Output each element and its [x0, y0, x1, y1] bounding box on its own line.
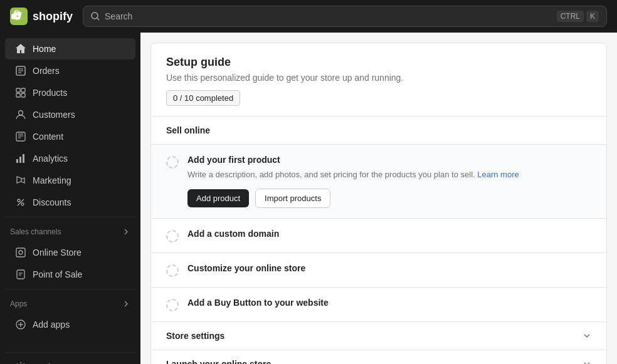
store-settings-header[interactable]: Store settings — [151, 322, 606, 350]
sidebar-item-marketing[interactable]: Marketing — [5, 170, 135, 191]
sidebar-item-products[interactable]: Products — [5, 82, 135, 103]
sidebar-item-point-of-sale[interactable]: Point of Sale — [5, 264, 135, 285]
analytics-icon — [15, 153, 26, 164]
svg-rect-7 — [16, 88, 20, 92]
sell-online-label: Sell online — [166, 125, 210, 135]
svg-rect-24 — [17, 270, 24, 279]
chevron-right-icon — [122, 227, 130, 236]
logo-text: shopify — [33, 10, 73, 23]
sidebar-item-analytics[interactable]: Analytics — [5, 148, 135, 169]
discounts-icon — [15, 197, 26, 208]
sidebar-item-label: Add apps — [33, 320, 70, 330]
sidebar-item-home[interactable]: Home — [5, 38, 135, 60]
chevron-down-icon — [583, 360, 591, 365]
svg-point-20 — [21, 203, 24, 205]
sidebar-item-discounts[interactable]: Discounts — [5, 192, 135, 213]
task-checkbox — [166, 264, 179, 277]
task-title: Add a custom domain — [187, 229, 591, 239]
progress-badge: 0 / 10 completed — [166, 90, 240, 106]
pos-icon — [15, 269, 26, 280]
svg-point-23 — [19, 251, 23, 254]
svg-rect-12 — [16, 132, 25, 141]
sidebar-item-settings[interactable]: Settings — [5, 356, 135, 364]
plus-circle-icon — [15, 319, 26, 330]
apps-header[interactable]: Apps — [0, 294, 140, 313]
home-icon — [15, 43, 26, 55]
task-actions: Add product Import products — [187, 189, 591, 208]
topnav: shopify Search CTRL K — [0, 0, 617, 33]
sidebar-item-label: Discounts — [33, 197, 71, 207]
customers-icon — [15, 109, 26, 120]
task-checkbox — [166, 299, 179, 311]
launch-online-store-label: Launch your online store — [166, 359, 271, 365]
sidebar-item-online-store[interactable]: Online Store — [5, 242, 135, 263]
sell-online-section: Sell online — [151, 117, 606, 145]
store-settings-label: Store settings — [166, 331, 224, 341]
task-content: Add a custom domain — [187, 229, 591, 242]
search-bar[interactable]: Search CTRL K — [83, 6, 607, 27]
launch-online-store-section: Launch your online store — [151, 350, 606, 365]
divider-sales-channels — [5, 217, 135, 217]
task-content: Customize your online store — [187, 263, 591, 277]
products-icon — [15, 87, 26, 98]
svg-rect-9 — [16, 93, 20, 97]
launch-online-store-header[interactable]: Launch your online store — [151, 350, 606, 365]
search-icon — [91, 12, 100, 21]
sidebar-item-label: Products — [33, 88, 67, 98]
sidebar-item-label: Online Store — [33, 247, 82, 257]
svg-line-21 — [18, 199, 24, 205]
task-content: Add a Buy Button to your website — [187, 298, 591, 311]
sidebar-item-label: Content — [33, 132, 63, 142]
svg-rect-10 — [21, 93, 25, 97]
sidebar-item-content[interactable]: Content — [5, 126, 135, 147]
sales-channels-header[interactable]: Sales channels — [0, 222, 140, 241]
search-placeholder: Search — [105, 11, 132, 21]
shortcut-key: K — [586, 11, 599, 22]
sidebar-item-label: Home — [33, 44, 56, 54]
marketing-icon — [15, 175, 26, 186]
content-icon — [15, 131, 26, 142]
task-add-first-product[interactable]: Add your first product Write a descripti… — [151, 145, 606, 219]
setup-guide-header: Setup guide Use this personalized guide … — [151, 43, 606, 117]
search-shortcut: CTRL K — [557, 11, 599, 22]
main-layout: Home Orders Products — [0, 33, 617, 364]
content-area: Setup guide Use this personalized guide … — [140, 33, 617, 364]
svg-point-1 — [92, 13, 98, 19]
task-description: Write a description, add photos, and set… — [187, 169, 591, 181]
settings-icon — [15, 361, 26, 364]
online-store-icon — [15, 247, 26, 258]
logo[interactable]: shopify — [10, 8, 73, 25]
task-title: Add a Buy Button to your website — [187, 298, 591, 308]
task-add-custom-domain[interactable]: Add a custom domain — [151, 219, 606, 253]
sidebar: Home Orders Products — [0, 33, 140, 364]
orders-icon — [15, 65, 26, 76]
task-checkbox — [166, 230, 179, 242]
add-product-button[interactable]: Add product — [187, 189, 249, 207]
shopify-logo-icon — [10, 8, 28, 25]
shortcut-ctrl: CTRL — [557, 11, 584, 22]
svg-line-2 — [97, 18, 99, 20]
learn-more-link[interactable]: Learn more — [477, 170, 519, 179]
svg-rect-17 — [19, 157, 21, 163]
task-customize-online-store[interactable]: Customize your online store — [151, 253, 606, 288]
svg-rect-22 — [16, 248, 25, 257]
sidebar-item-label: Marketing — [33, 175, 71, 185]
sidebar-item-orders[interactable]: Orders — [5, 60, 135, 81]
sidebar-item-add-apps[interactable]: Add apps — [5, 314, 135, 335]
sidebar-item-customers[interactable]: Customers — [5, 104, 135, 125]
apps-label: Apps — [10, 299, 27, 308]
svg-point-19 — [18, 199, 20, 202]
divider-settings — [5, 352, 135, 353]
task-checkbox — [166, 156, 179, 169]
import-products-button[interactable]: Import products — [255, 189, 330, 208]
sidebar-item-label: Orders — [33, 66, 60, 76]
setup-guide-title: Setup guide — [166, 56, 591, 69]
setup-guide-description: Use this personalized guide to get your … — [166, 73, 591, 83]
chevron-right-icon — [122, 299, 130, 308]
svg-rect-16 — [16, 159, 18, 163]
svg-rect-18 — [23, 154, 24, 163]
sales-channels-label: Sales channels — [10, 227, 61, 236]
svg-rect-8 — [21, 88, 25, 92]
task-buy-button[interactable]: Add a Buy Button to your website — [151, 288, 606, 322]
sidebar-item-label: Customers — [33, 110, 75, 120]
